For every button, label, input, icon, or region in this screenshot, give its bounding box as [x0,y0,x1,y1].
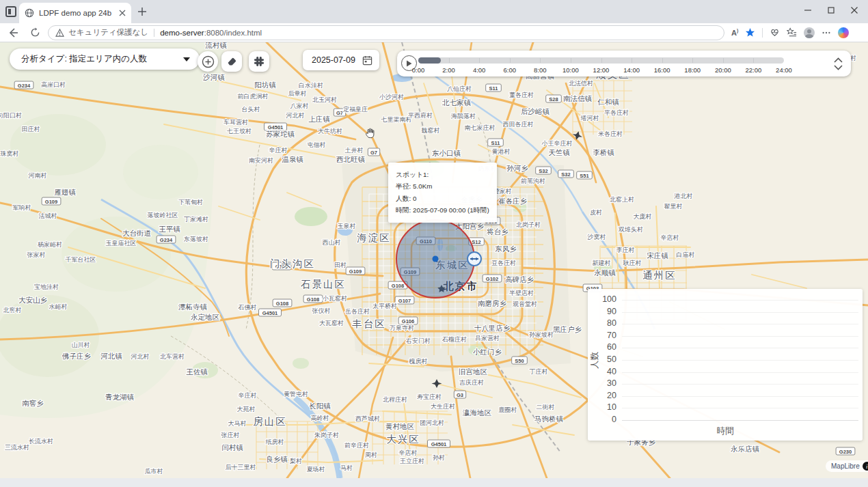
svg-text:G108: G108 [307,296,319,303]
timeline-collapse-control[interactable] [832,53,844,74]
timeline-tick: 18:00 [684,66,701,74]
map-label-village: 王立庄村 [400,458,424,464]
close-window-icon[interactable] [850,6,858,14]
map-label-village: 白水洼村 [299,82,323,89]
refresh-icon[interactable] [26,25,44,40]
map-label-town: 东风乡 [495,245,517,253]
timeline-tick: 4:00 [473,66,486,74]
svg-text:G102: G102 [486,276,498,282]
map-label-town: 南窖乡 [22,399,44,407]
minimize-icon[interactable] [804,6,812,14]
road-shield: G230 [836,447,855,455]
road-shield: S11 [486,84,502,92]
map-label-village: 西田各庄村 [503,121,534,128]
browser-essentials-icon[interactable] [770,27,780,38]
timeline-slider[interactable] [418,57,784,64]
back-icon[interactable] [4,25,22,40]
map-label-town: 马驹桥镇 [534,415,564,423]
map-label-village: 山川村 [72,342,90,348]
map-label-village: 魏窑村 [422,127,440,134]
map-label-village: 丁家滩村 [184,216,208,223]
map-label-village: 台头村 [242,106,260,113]
road-shield: G102 [483,275,502,282]
map-label-village: 大瓦窑村 [319,320,344,326]
map-label-village: 后章村 [288,90,307,97]
erase-button[interactable] [221,51,242,72]
map-label-town: 东小口镇 [432,149,461,157]
map-label-district: 大兴区 [386,434,420,445]
chevron-down-icon[interactable] [834,65,843,70]
copilot-icon[interactable] [838,27,849,38]
address-bar[interactable]: セキュリティ保護なし demo-server:8080/index.html [48,25,724,40]
maplibre-link[interactable]: MapLibre [831,462,860,470]
timeline-tick: 6:00 [504,66,517,74]
map-label-village: 军响村 [13,204,31,211]
map-label-village: 前白虎涧村 [238,93,269,100]
collections-icon[interactable] [787,27,797,38]
map-label-town: 北七家镇 [442,98,472,107]
maximize-icon[interactable] [827,6,835,14]
profile-avatar[interactable] [804,27,815,38]
map-label-village: 石佛村 [238,304,257,311]
map-label-village: 七里渠南村 [381,116,412,123]
map-label-village: 法城村 [39,212,57,219]
map-label-village: 高崖口村 [41,81,66,88]
chevron-down-icon [183,57,190,61]
timeline-tick: 14:00 [623,66,640,74]
map-label-village: 北玉河村 [312,96,337,103]
map-label-village: 大庞村 [634,213,652,220]
map-label-village: 北窖村 [3,307,22,314]
map-viewport[interactable]: G234G109G234G4501G7G7G110G109G108G107G10… [0,42,868,478]
map-label-district: 门头沟区 [270,258,315,269]
toolbar-divider [762,28,763,38]
map-label-village: 北岗子村 [516,221,541,228]
favorites-star-icon[interactable] [745,27,755,38]
map-label-village: 大马村 [228,420,247,427]
map-label-town: 西北旺镇 [336,155,366,163]
svg-text:S50: S50 [515,358,524,364]
map-label-village: 董各庄村 [509,92,534,98]
map-label-village: 落坡岭社区 [148,212,178,219]
map-label-village: 岳各庄村 [345,308,370,315]
grid-mesh-button[interactable] [249,51,269,72]
map-label-village: 辛店村 [661,234,679,241]
new-tab-icon[interactable] [137,6,148,17]
tab-strip: LDPF demo app 24b [0,0,868,23]
map-label-village: 八家村 [290,102,309,109]
chevron-up-icon[interactable] [834,57,843,63]
spot-resize-handle[interactable] [467,252,481,266]
timeline-segment-divider [753,58,754,63]
timeline-tick: 12:00 [593,66,610,74]
browser-tab[interactable]: LDPF demo app 24b [19,3,131,23]
road-shield: S32 [536,167,552,174]
map-label-town: 流村镇 [205,42,227,49]
map-label-village: 河北村 [131,353,150,360]
svg-text:G230: G230 [839,449,852,455]
svg-text:S12: S12 [472,239,480,245]
spot-center-marker[interactable] [433,256,439,262]
population-chart-panel: 0102030405060708090100 人数 時間 [588,289,863,441]
date-picker[interactable]: 2025-07-09 [303,50,379,70]
address-host: demo-server [160,29,204,37]
more-menu-icon[interactable] [822,28,831,38]
read-aloud-icon[interactable]: A) [731,28,738,37]
attribution-info-icon[interactable]: i [863,462,868,471]
tab-title: LDPF demo app 24b [39,9,119,17]
add-spot-button[interactable] [198,51,218,72]
tab-close-icon[interactable] [119,10,126,16]
chart-gridline [622,360,858,361]
map-label-village: 向阳口村 [0,112,22,119]
map-label-town: 佛子庄乡 [62,352,92,360]
svg-text:G109: G109 [45,199,57,205]
map-label-town: 河北镇 [100,352,122,360]
road-shield: G108 [303,295,323,303]
chart-y-axis-label: 人数 [589,326,601,395]
tab-actions-icon[interactable] [5,6,16,17]
timeline-panel: 0:002:004:006:008:0010:0012:0014:0016:00… [397,51,851,76]
navigation-bar: セキュリティ保護なし demo-server:8080/index.html A… [0,23,868,42]
svg-text:G4501: G4501 [431,441,447,447]
tooltip-time: 時間: 2025-07-09 00:00 (1時間) [396,204,489,216]
map-label-town: 永顺镇 [594,268,616,277]
chart-gridline [622,384,858,385]
analysis-type-select[interactable]: 分析タイプ: 指定エリア内の人数 [10,48,200,70]
